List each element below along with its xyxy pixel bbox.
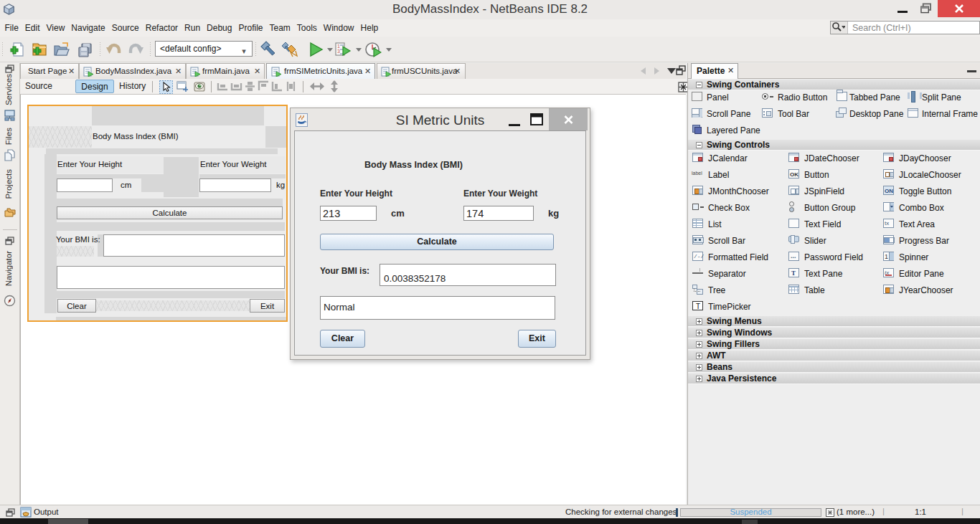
svg-text:1: 1: [337, 44, 340, 49]
svg-text:3: 3: [337, 49, 340, 54]
